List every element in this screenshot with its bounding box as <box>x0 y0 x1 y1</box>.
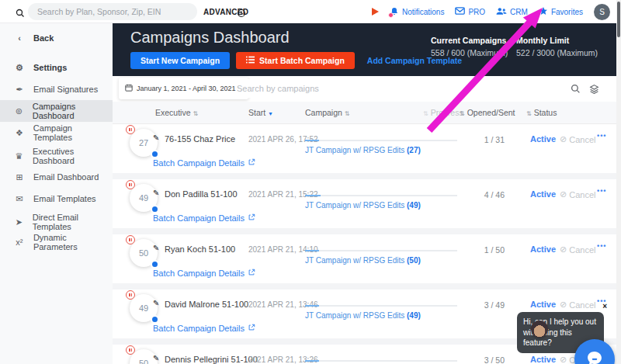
nav-favorites[interactable]: Favorites <box>539 6 583 17</box>
sort-icon: ⇅ <box>460 110 465 117</box>
paused-badge-icon <box>126 180 135 189</box>
cancel-icon: ⊘ <box>560 134 567 144</box>
sidebar-item-email-dashboard[interactable]: ⊞ Email Dashboard <box>0 166 113 188</box>
campaign-link[interactable]: JT Campaign w/ RPSG Edits (27) <box>305 146 421 154</box>
cancel-icon: ⊘ <box>560 355 567 364</box>
envelope-icon <box>455 7 465 16</box>
envelope-icon: ✉ <box>13 194 26 204</box>
opened-sent-value: 3 / 50 <box>446 355 505 364</box>
sidebar-item-email-templates[interactable]: ✉ Email Templates <box>0 188 113 210</box>
column-opened-sent[interactable]: ⇅ Opened/Sent <box>460 108 515 117</box>
column-start[interactable]: Start ▼ <box>248 108 273 117</box>
cancel-icon: ⊘ <box>560 300 567 310</box>
start-batch-campaign-label: Start Batch Campaign <box>259 56 345 65</box>
chat-bubble-icon <box>585 348 605 364</box>
more-actions-button[interactable]: ••• <box>597 187 606 195</box>
nav-notifications[interactable]: Notifications <box>390 7 444 16</box>
progress-bar <box>305 305 457 307</box>
cancel-button[interactable]: ⊘Cancel <box>560 244 595 255</box>
monthly-limit-stat: Monthly Limit 522 / 3000 (Maximum) <box>516 36 598 57</box>
sidebar-item-direct-email-templates[interactable]: ➤ Direct Email Templates <box>0 211 113 233</box>
batch-campaign-details-link[interactable]: Batch Campaign Details <box>153 269 255 278</box>
executive-name[interactable]: Dennis Pellegrini 51-100 <box>165 355 258 364</box>
batch-campaign-details-link[interactable]: Batch Campaign Details <box>153 324 255 333</box>
history-icon[interactable] <box>237 7 246 21</box>
play-icon[interactable] <box>372 8 379 16</box>
table-row: 27 ✎ 76-155 Chaz Price 2021 APR 26, 17:5… <box>113 124 616 173</box>
sidebar-item-email-signatures[interactable]: ✒ Email Signatures <box>0 78 113 100</box>
sidebar-item-label: Direct Email Templates <box>33 213 113 231</box>
paused-badge-icon <box>126 345 135 355</box>
status-active-link[interactable]: Active <box>530 355 556 364</box>
sidebar-item-executives-dashboard[interactable]: ♛ Executives Dashboard <box>0 145 113 167</box>
column-status[interactable]: ⇅ Status <box>526 108 557 117</box>
cancel-button[interactable]: ⊘Cancel <box>560 300 595 310</box>
executive-name[interactable]: David Malrone 51-100 <box>165 300 248 309</box>
progress-bar <box>305 360 457 362</box>
column-executive[interactable]: Executive ⇅ <box>155 108 198 117</box>
nav-crm[interactable]: CRM <box>496 7 528 17</box>
scrollbar-thumb[interactable] <box>617 2 620 37</box>
layers-filter-icon[interactable] <box>589 83 599 97</box>
nav-crm-label: CRM <box>510 8 528 16</box>
executive-name[interactable]: Ryan Koch 51-100 <box>165 244 235 254</box>
sidebar-item-campaign-templates[interactable]: ❖ Campaign Templates <box>0 122 113 144</box>
chat-tooltip-close[interactable]: × <box>602 302 607 310</box>
grid-icon: ⊞ <box>13 172 26 182</box>
date-range-picker[interactable]: January 1, 2021 - April 30, 2021 ▾ <box>119 78 248 99</box>
status-active-link[interactable]: Active <box>530 134 556 144</box>
column-progress[interactable]: ⇅ Progress <box>423 108 463 117</box>
search-icon[interactable] <box>571 83 581 97</box>
external-link-icon <box>248 213 255 223</box>
progress-bar <box>305 140 457 141</box>
notification-badge <box>388 12 394 18</box>
campaign-link[interactable]: JT Campaign w/ RPSG Edits (50) <box>305 256 421 265</box>
opened-sent-value: 1 / 50 <box>446 245 505 255</box>
sidebar-item-campaigns-dashboard[interactable]: ⊚ Campaigns Dashboard <box>0 100 113 122</box>
executive-name[interactable]: 76-155 Chaz Price <box>165 134 235 144</box>
users-icon <box>496 7 507 17</box>
more-actions-button[interactable]: ••• <box>597 242 606 250</box>
campaign-search-input[interactable] <box>237 79 547 98</box>
campaign-link[interactable]: JT Campaign w/ RPSG Edits (49) <box>305 201 421 210</box>
edit-pencil-icon[interactable]: ✎ <box>153 299 159 307</box>
sidebar-item-dynamic-parameters[interactable]: x² Dynamic Parameters <box>0 231 113 253</box>
sidebar-item-label: Dynamic Parameters <box>33 233 113 251</box>
sidebar-item-settings[interactable]: ⚙ Settings <box>0 57 113 78</box>
batch-campaign-details-link[interactable]: Batch Campaign Details <box>153 213 255 223</box>
sidebar-item-label: Email Dashboard <box>33 172 99 182</box>
status-active-link[interactable]: Active <box>530 189 556 199</box>
user-avatar[interactable]: S <box>594 4 610 20</box>
sidebar-item-label: Email Signatures <box>33 85 98 94</box>
status-active-link[interactable]: Active <box>530 300 556 309</box>
global-search-input[interactable] <box>28 3 197 20</box>
page-scrollbar[interactable] <box>616 0 621 364</box>
edit-pencil-icon[interactable]: ✎ <box>153 133 159 142</box>
page-header: Campaigns Dashboard Start New Campaign S… <box>113 23 616 76</box>
sidebar-item-label: Campaigns Dashboard <box>33 102 113 120</box>
bell-icon <box>390 7 399 16</box>
search-icon[interactable] <box>16 7 25 21</box>
cancel-button[interactable]: ⊘Cancel <box>560 189 595 199</box>
start-batch-campaign-button[interactable]: Start Batch Campaign <box>236 52 355 69</box>
sidebar-item-back[interactable]: ‹ Back <box>0 27 113 49</box>
page-title: Campaigns Dashboard <box>130 29 290 47</box>
sort-desc-icon: ▼ <box>268 111 273 116</box>
cancel-button[interactable]: ⊘Cancel <box>560 134 595 144</box>
cancel-icon: ⊘ <box>560 189 567 199</box>
more-actions-button[interactable]: ••• <box>597 132 606 140</box>
nav-pro[interactable]: PRO <box>455 7 485 16</box>
column-campaign[interactable]: Campaign ⇅ <box>305 108 350 117</box>
batch-campaign-details-link[interactable]: Batch Campaign Details <box>153 158 255 168</box>
crown-icon: ♛ <box>13 151 25 161</box>
stat-value: 558 / 600 (Maximum) <box>431 48 508 57</box>
status-active-link[interactable]: Active <box>530 244 556 254</box>
start-new-campaign-button[interactable]: Start New Campaign <box>130 52 230 69</box>
cancel-icon: ⊘ <box>560 244 567 255</box>
edit-pencil-icon[interactable]: ✎ <box>153 354 159 362</box>
campaign-link[interactable]: JT Campaign w/ RPSG Edits (49) <box>305 311 421 320</box>
send-icon: ➤ <box>13 217 25 227</box>
edit-pencil-icon[interactable]: ✎ <box>153 244 159 252</box>
executive-name[interactable]: Don Padilla 51-100 <box>165 189 238 199</box>
edit-pencil-icon[interactable]: ✎ <box>153 189 159 197</box>
